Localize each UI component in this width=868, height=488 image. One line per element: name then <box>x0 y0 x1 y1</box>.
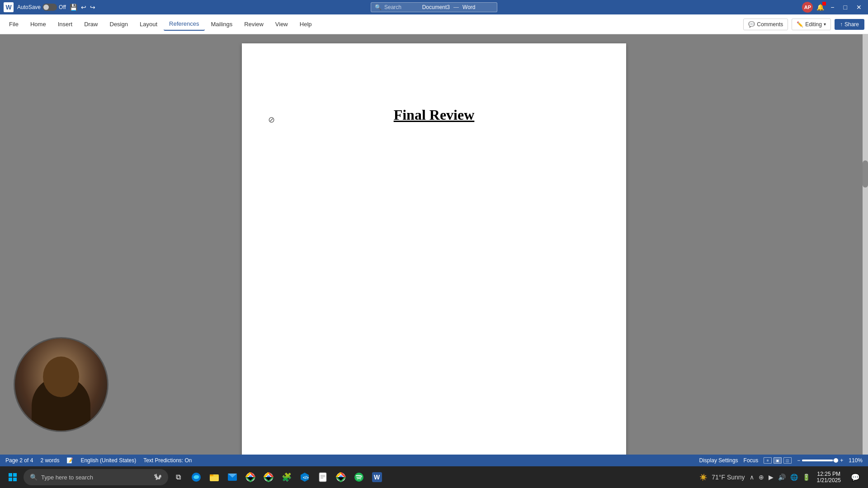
display-settings[interactable]: Display Settings <box>699 457 738 464</box>
title-search-box[interactable]: 🔍 Search <box>371 2 497 12</box>
edge-icon[interactable] <box>188 469 204 485</box>
zoom-out-icon[interactable]: − <box>797 457 800 464</box>
print-view-icon[interactable]: ▣ <box>774 457 782 464</box>
tab-insert[interactable]: Insert <box>52 18 78 30</box>
autosave-toggle[interactable] <box>42 4 57 11</box>
ribbon: File Home Insert Draw Design Layout Refe… <box>0 14 868 34</box>
webcam-overlay <box>14 337 108 432</box>
tab-design[interactable]: Design <box>104 18 133 30</box>
maximize-button[interactable]: □ <box>841 4 850 11</box>
share-icon: ↑ <box>840 21 843 28</box>
zoom-level[interactable]: 110% <box>849 457 863 464</box>
svg-rect-0 <box>9 473 12 477</box>
chrome-icon[interactable] <box>242 469 259 485</box>
svg-rect-3 <box>13 478 17 481</box>
pencil-icon: ✏️ <box>797 21 803 28</box>
comments-button[interactable]: 💬 Comments <box>743 19 788 30</box>
format-cursor-icon: ⊘ <box>268 115 275 125</box>
chrome-app-icon[interactable] <box>260 469 277 485</box>
tab-references[interactable]: References <box>164 18 204 31</box>
autosave-state: Off <box>59 4 66 10</box>
taskbar: 🔍 Type here to search 🐿 ⧉ <box>0 466 868 488</box>
comment-icon: 💬 <box>748 21 755 28</box>
tab-mailings[interactable]: Mailings <box>206 18 238 30</box>
file-explorer-icon[interactable] <box>206 469 222 485</box>
notifications-icon[interactable]: 🔔 <box>816 4 824 11</box>
tab-draw[interactable]: Draw <box>79 18 103 30</box>
title-bar: W AutoSave Off 💾 ↩ ↪ Document3 — Word 🔍 … <box>0 0 868 14</box>
extension-icon[interactable]: 🧩 <box>278 469 295 485</box>
editing-button[interactable]: ✏️ Editing ▾ <box>792 19 831 30</box>
close-button[interactable]: ✕ <box>854 4 864 11</box>
spotify-icon[interactable] <box>351 469 367 485</box>
proofing-icon: 📝 <box>66 457 73 464</box>
taskbar-search-icon: 🔍 <box>30 474 38 481</box>
text-predictions[interactable]: Text Predictions: On <box>143 457 192 464</box>
minimize-button[interactable]: − <box>828 4 837 11</box>
system-clock[interactable]: 12:25 PM 1/21/2025 <box>813 471 844 483</box>
svg-rect-2 <box>9 478 12 481</box>
document-scroll[interactable]: ⊘ Final Review <box>0 34 868 455</box>
tray-battery-icon: 🔋 <box>801 473 811 482</box>
document-page[interactable]: ⊘ Final Review <box>242 43 626 455</box>
word-taskbar-icon[interactable]: W <box>369 469 385 485</box>
clock-time: 12:25 PM <box>817 471 841 477</box>
vscode-icon[interactable]: </> <box>297 469 313 485</box>
status-bar: Page 2 of 4 2 words 📝 English (United St… <box>0 455 868 466</box>
word-count[interactable]: 2 words <box>40 457 59 464</box>
word-logo-icon: W <box>4 2 14 12</box>
web-view-icon[interactable]: ◫ <box>783 457 792 464</box>
scrollbar-thumb[interactable] <box>863 160 868 188</box>
tab-layout[interactable]: Layout <box>134 18 163 30</box>
taskbar-mascot-icon: 🐿 <box>154 473 162 482</box>
notepad-icon[interactable] <box>315 469 331 485</box>
outlook-icon[interactable] <box>224 469 241 485</box>
language[interactable]: English (United States) <box>80 457 136 464</box>
view-icons: ≡ ▣ ◫ <box>764 457 792 464</box>
tray-speaker-icon[interactable]: 🔊 <box>777 473 787 482</box>
svg-text:W: W <box>374 474 380 481</box>
tray-media-icon: ▶ <box>767 473 775 482</box>
taskbar-search-placeholder: Type here to search <box>41 474 93 481</box>
save-icon[interactable]: 💾 <box>70 4 77 11</box>
undo-icon[interactable]: ↩ <box>81 4 86 11</box>
tab-view[interactable]: View <box>270 18 293 30</box>
document-area: ⊘ Final Review <box>0 34 868 455</box>
page-info[interactable]: Page 2 of 4 <box>5 457 33 464</box>
svg-rect-6 <box>210 474 213 476</box>
tray-update-icon: ⊕ <box>757 473 765 482</box>
redo-icon[interactable]: ↪ <box>90 4 95 11</box>
weather-icon: ☀️ <box>698 473 708 482</box>
head-silhouette <box>43 357 79 397</box>
start-button[interactable] <box>4 468 22 486</box>
zoom-control[interactable]: − + <box>797 457 843 464</box>
user-avatar[interactable]: AP <box>802 2 813 13</box>
weather-temp: 71°F Sunny <box>710 473 746 482</box>
chrome2-icon[interactable] <box>333 469 349 485</box>
vertical-scrollbar[interactable] <box>863 34 868 455</box>
svg-rect-15 <box>319 473 326 482</box>
share-button[interactable]: ↑ Share <box>835 19 864 30</box>
chevron-down-icon: ▾ <box>824 22 826 27</box>
tab-home[interactable]: Home <box>25 18 52 30</box>
read-view-icon[interactable]: ≡ <box>764 457 772 464</box>
task-view-icon[interactable]: ⧉ <box>170 469 186 485</box>
autosave-label: AutoSave <box>17 4 41 10</box>
document-title[interactable]: Final Review <box>285 107 583 123</box>
search-icon: 🔍 <box>375 4 382 10</box>
svg-text:</>: </> <box>303 475 309 480</box>
clock-date: 1/21/2025 <box>817 477 841 483</box>
system-tray: ☀️ 71°F Sunny ∧ ⊕ ▶ 🔊 🌐 🔋 <box>698 473 811 482</box>
tab-review[interactable]: Review <box>239 18 269 30</box>
tab-file[interactable]: File <box>4 18 24 30</box>
tab-help[interactable]: Help <box>294 18 317 30</box>
notification-button[interactable]: 💬 <box>846 468 864 486</box>
taskbar-search[interactable]: 🔍 Type here to search 🐿 <box>24 469 168 485</box>
tray-expand-icon[interactable]: ∧ <box>748 473 755 482</box>
svg-rect-1 <box>13 473 17 477</box>
search-placeholder: Search <box>384 4 401 10</box>
zoom-in-icon[interactable]: + <box>840 457 843 464</box>
focus-button[interactable]: Focus <box>744 457 759 464</box>
tray-network-icon[interactable]: 🌐 <box>789 473 799 482</box>
webcam-face <box>15 338 107 431</box>
